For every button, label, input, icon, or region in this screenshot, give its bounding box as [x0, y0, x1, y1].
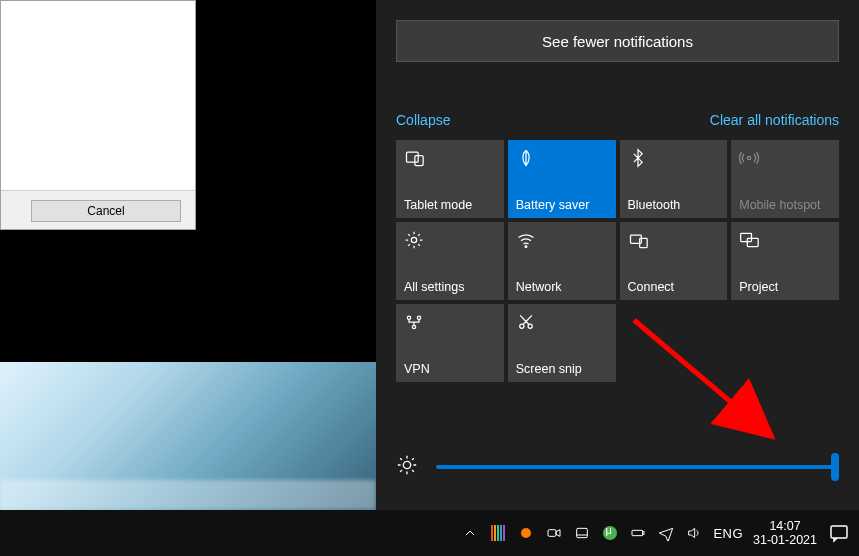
hotspot-icon [739, 148, 761, 168]
svg-point-14 [403, 461, 410, 468]
tile-project[interactable]: Project [731, 222, 839, 300]
svg-rect-19 [632, 530, 643, 535]
cancel-button[interactable]: Cancel [31, 200, 181, 222]
language-indicator[interactable]: ENG [713, 526, 743, 541]
svg-rect-1 [415, 156, 423, 166]
svg-point-11 [412, 325, 415, 328]
tile-label: Bluetooth [628, 198, 720, 212]
connect-icon [628, 230, 650, 250]
system-tray: ENG 14:07 31-01-2021 [461, 519, 851, 548]
tile-label: All settings [404, 280, 496, 294]
tile-screen-snip[interactable]: Screen snip [508, 304, 616, 382]
tile-connect[interactable]: Connect [620, 222, 728, 300]
clear-all-notifications-link[interactable]: Clear all notifications [710, 112, 839, 128]
svg-rect-16 [548, 530, 556, 537]
tile-network[interactable]: Network [508, 222, 616, 300]
tile-vpn[interactable]: VPN [396, 304, 504, 382]
tile-tablet-mode[interactable]: Tablet mode [396, 140, 504, 218]
svg-point-13 [528, 324, 532, 328]
tile-all-settings[interactable]: All settings [396, 222, 504, 300]
leaf-icon [516, 148, 538, 168]
recorder-tray-icon[interactable] [517, 524, 535, 542]
collapse-link[interactable]: Collapse [396, 112, 450, 128]
meet-now-icon[interactable] [545, 524, 563, 542]
tile-label: Connect [628, 280, 720, 294]
action-center-button[interactable] [827, 521, 851, 545]
dialog-body [1, 1, 195, 191]
svg-point-2 [748, 156, 751, 159]
svg-rect-8 [748, 238, 759, 246]
svg-point-4 [525, 246, 527, 248]
tile-label: Project [739, 280, 831, 294]
taskbar-clock[interactable]: 14:07 31-01-2021 [753, 519, 817, 548]
snip-icon [516, 312, 538, 332]
taskbar: ENG 14:07 31-01-2021 [0, 510, 859, 556]
tile-label: Battery saver [516, 198, 608, 212]
tray-overflow-chevron-icon[interactable] [461, 524, 479, 542]
tile-label: Network [516, 280, 608, 294]
utorrent-tray-icon[interactable] [601, 524, 619, 542]
tile-mobile-hotspot[interactable]: Mobile hotspot [731, 140, 839, 218]
wifi-icon [516, 230, 538, 250]
svg-point-10 [417, 316, 420, 319]
touchpad-icon[interactable] [573, 524, 591, 542]
tile-label: Screen snip [516, 362, 608, 376]
brightness-icon [396, 454, 418, 480]
project-icon [739, 230, 761, 250]
svg-rect-17 [577, 528, 588, 537]
brightness-control [396, 454, 839, 480]
tile-label: Tablet mode [404, 198, 496, 212]
taskbar-time: 14:07 [753, 519, 817, 533]
svg-rect-7 [741, 233, 752, 241]
action-center-panel: See fewer notifications Collapse Clear a… [376, 0, 859, 510]
taskbar-date: 31-01-2021 [753, 533, 817, 547]
tile-battery-saver[interactable]: Battery saver [508, 140, 616, 218]
see-fewer-notifications-button[interactable]: See fewer notifications [396, 20, 839, 62]
brightness-slider[interactable] [436, 465, 839, 469]
tile-label: Mobile hotspot [739, 198, 831, 212]
svg-rect-20 [643, 532, 644, 535]
svg-point-3 [411, 237, 416, 242]
tablet-mode-icon [404, 148, 426, 168]
tile-bluetooth[interactable]: Bluetooth [620, 140, 728, 218]
battery-tray-icon[interactable] [629, 524, 647, 542]
bluetooth-icon [628, 148, 650, 168]
quick-action-tiles: Tablet mode Battery saver Bluetooth Mobi… [396, 140, 839, 382]
airplane-mode-icon[interactable] [657, 524, 675, 542]
svg-rect-21 [831, 526, 847, 538]
volume-icon[interactable] [685, 524, 703, 542]
tile-label: VPN [404, 362, 496, 376]
app-tray-icon[interactable] [489, 524, 507, 542]
svg-rect-0 [407, 152, 419, 162]
dialog-window: Cancel [0, 0, 196, 230]
svg-point-12 [520, 324, 524, 328]
desktop-wallpaper [0, 362, 376, 510]
svg-point-9 [407, 316, 410, 319]
gear-icon [404, 230, 426, 250]
vpn-icon [404, 312, 426, 332]
